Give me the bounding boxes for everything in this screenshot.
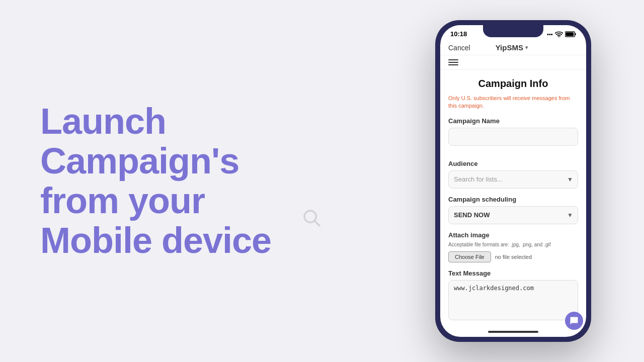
scheduling-select[interactable]: SEND NOW bbox=[448, 206, 578, 224]
hero-title: Launch Campaign's from your Mobile devic… bbox=[40, 102, 352, 261]
phone-notch bbox=[483, 25, 543, 37]
campaign-name-group: Campaign Name bbox=[448, 117, 578, 153]
hamburger-line-1 bbox=[448, 59, 458, 60]
search-icon bbox=[302, 208, 322, 228]
status-time: 10:18 bbox=[450, 30, 467, 38]
phone-nav: Cancel YipSMS ▾ bbox=[440, 40, 586, 55]
search-icon-container bbox=[302, 208, 322, 230]
chat-bubble-button[interactable] bbox=[565, 312, 583, 330]
nav-app-name: YipSMS bbox=[496, 43, 523, 52]
audience-select-wrapper: Search for lists... ▼ bbox=[448, 170, 578, 189]
scheduling-group: Campaign scheduling SEND NOW ▼ bbox=[448, 196, 578, 224]
wifi-icon bbox=[555, 31, 563, 37]
phone-inner: 10:18 ▪▪▪ bbox=[440, 25, 586, 337]
left-section: Launch Campaign's from your Mobile devic… bbox=[0, 71, 382, 291]
nav-cancel-button[interactable]: Cancel bbox=[448, 44, 470, 52]
us-notice: Only U.S. subscribers will receive messa… bbox=[448, 95, 578, 110]
svg-point-2 bbox=[558, 36, 559, 37]
choose-file-button[interactable]: Choose File bbox=[448, 251, 491, 262]
audience-label: Audience bbox=[448, 160, 578, 167]
phone-bottom-bar bbox=[440, 327, 586, 337]
chat-icon bbox=[570, 316, 579, 325]
hero-line-4: Mobile device bbox=[40, 220, 271, 260]
attach-image-label: Attach image bbox=[448, 231, 578, 239]
no-file-selected-text: no file selected bbox=[495, 254, 532, 260]
text-message-input[interactable]: www.jclarkdesigned.com bbox=[448, 280, 578, 320]
hamburger-line-2 bbox=[448, 62, 458, 63]
status-icons: ▪▪▪ bbox=[547, 31, 576, 37]
svg-line-1 bbox=[315, 221, 319, 226]
text-message-section: Text Message www.jclarkdesigned.com bbox=[448, 269, 578, 322]
page-title: Campaign Info bbox=[448, 78, 578, 89]
phone-content: Campaign Info Only U.S. subscribers will… bbox=[440, 70, 586, 327]
attach-image-section: Attach image Acceptable file formats are… bbox=[448, 231, 578, 262]
hero-line-2: Campaign's bbox=[40, 141, 239, 181]
campaign-name-label: Campaign Name bbox=[448, 117, 578, 125]
battery-icon bbox=[565, 31, 576, 37]
audience-select[interactable]: Search for lists... bbox=[448, 170, 578, 189]
hero-line-3: from your bbox=[40, 180, 205, 221]
audience-group: Audience Search for lists... ▼ bbox=[448, 160, 578, 189]
hamburger-line-3 bbox=[448, 64, 458, 65]
nav-title: YipSMS ▾ bbox=[496, 43, 528, 52]
hero-line-1: Launch bbox=[40, 101, 166, 141]
home-indicator bbox=[488, 331, 538, 333]
nav-chevron-icon: ▾ bbox=[525, 45, 528, 50]
attach-formats-text: Acceptable file formats are: .jpg, .png,… bbox=[448, 242, 578, 247]
svg-rect-5 bbox=[566, 32, 574, 36]
right-section: 10:18 ▪▪▪ bbox=[382, 10, 644, 352]
text-message-label: Text Message bbox=[448, 269, 578, 277]
file-input-row: Choose File no file selected bbox=[448, 251, 578, 262]
svg-rect-4 bbox=[575, 33, 576, 35]
scheduling-select-wrapper: SEND NOW ▼ bbox=[448, 206, 578, 224]
phone-frame: 10:18 ▪▪▪ bbox=[435, 20, 591, 342]
menu-bar[interactable] bbox=[440, 55, 586, 70]
hamburger-icon[interactable] bbox=[448, 59, 458, 65]
network-icon: ▪▪▪ bbox=[547, 31, 553, 37]
scheduling-label: Campaign scheduling bbox=[448, 196, 578, 203]
campaign-name-input[interactable] bbox=[448, 128, 578, 146]
